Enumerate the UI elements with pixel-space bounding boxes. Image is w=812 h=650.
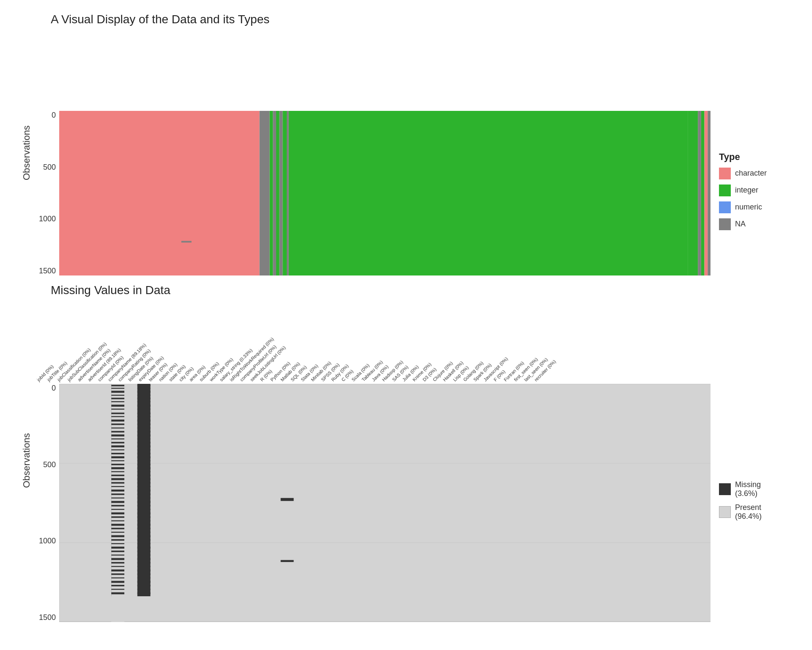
svg-rect-128 xyxy=(111,431,124,432)
svg-rect-171 xyxy=(111,592,124,595)
legend-label-na: NA xyxy=(735,220,746,229)
svg-rect-115 xyxy=(111,385,124,386)
svg-rect-207 xyxy=(137,512,151,515)
svg-rect-142 xyxy=(111,482,124,484)
top-y-tick-500: 500 xyxy=(43,163,56,172)
svg-rect-174 xyxy=(137,391,151,393)
svg-rect-143 xyxy=(111,486,124,487)
svg-rect-211 xyxy=(137,528,151,529)
int-end-1 xyxy=(688,111,698,275)
svg-rect-155 xyxy=(111,532,124,533)
svg-rect-192 xyxy=(137,456,151,458)
na-mark-char xyxy=(181,241,192,242)
top-bars-container xyxy=(59,111,710,275)
svg-rect-126 xyxy=(111,424,124,425)
svg-rect-228 xyxy=(137,592,151,595)
svg-rect-164 xyxy=(111,566,124,567)
svg-rect-187 xyxy=(137,438,151,439)
svg-rect-148 xyxy=(111,505,124,507)
svg-rect-196 xyxy=(137,471,151,472)
bottom-y-tick-500: 500 xyxy=(43,460,56,469)
svg-rect-159 xyxy=(111,547,124,549)
bottom-x-labels-svg: jobId (0%) jobTitle (0%) jobClassificati… xyxy=(34,299,710,384)
int-block-1 xyxy=(270,111,273,275)
svg-rect-167 xyxy=(111,577,124,578)
bottom-y-tick-1000: 1000 xyxy=(39,537,56,545)
svg-rect-179 xyxy=(137,409,151,410)
top-legend: Type character integer numeric xyxy=(710,111,795,275)
svg-rect-113 xyxy=(281,498,294,501)
na-block-1 xyxy=(260,111,270,275)
svg-rect-188 xyxy=(137,442,151,443)
svg-rect-224 xyxy=(137,577,151,578)
bottom-legend: Missing(3.6%) Present(96.4%) xyxy=(710,384,795,622)
svg-rect-182 xyxy=(137,419,151,421)
svg-rect-205 xyxy=(137,505,151,507)
svg-rect-168 xyxy=(111,581,124,583)
main-container: A Visual Display of the Data and its Typ… xyxy=(0,0,812,650)
svg-rect-132 xyxy=(111,445,124,447)
svg-rect-154 xyxy=(111,528,124,529)
legend-color-numeric xyxy=(719,201,731,213)
top-chart-wrapper: A Visual Display of the Data and its Typ… xyxy=(17,13,795,275)
svg-rect-209 xyxy=(137,521,151,521)
svg-rect-190 xyxy=(137,449,151,450)
svg-rect-140 xyxy=(111,475,124,476)
svg-rect-139 xyxy=(111,471,124,472)
svg-rect-123 xyxy=(111,413,124,414)
na-block-3 xyxy=(280,111,283,275)
svg-rect-227 xyxy=(137,589,151,589)
svg-rect-120 xyxy=(111,401,124,402)
svg-rect-125 xyxy=(111,419,124,421)
svg-rect-185 xyxy=(137,431,151,432)
top-legend-title: Type xyxy=(719,151,795,162)
svg-rect-204 xyxy=(137,501,151,503)
bottom-chart-wrapper: Missing Values in Data Observations jobI… xyxy=(17,284,795,622)
int-block-2 xyxy=(276,111,280,275)
legend-item-present: Present(96.4%) xyxy=(719,503,795,521)
legend-item-integer: integer xyxy=(719,185,795,196)
svg-rect-208 xyxy=(137,516,151,518)
svg-rect-199 xyxy=(137,482,151,484)
svg-rect-220 xyxy=(137,562,151,564)
bottom-plot-body: 0 500 1000 1500 xyxy=(34,384,795,622)
na-end-1 xyxy=(698,111,701,275)
svg-rect-138 xyxy=(111,467,124,469)
top-y-ticks: 0 500 1000 1500 xyxy=(34,111,59,275)
legend-color-present xyxy=(719,506,731,518)
na-end-2 xyxy=(708,111,710,275)
svg-rect-184 xyxy=(137,427,151,428)
bottom-y-ticks: 0 500 1000 1500 xyxy=(34,384,59,622)
svg-rect-153 xyxy=(111,524,124,526)
legend-item-missing: Missing(3.6%) xyxy=(719,480,795,498)
legend-label-missing: Missing(3.6%) xyxy=(735,480,761,498)
svg-rect-180 xyxy=(137,413,151,414)
svg-rect-217 xyxy=(137,551,151,552)
svg-rect-201 xyxy=(137,490,151,492)
legend-label-numeric: numeric xyxy=(735,203,762,212)
bottom-y-tick-1500: 1500 xyxy=(39,613,56,622)
svg-rect-163 xyxy=(111,562,124,564)
svg-rect-130 xyxy=(111,438,124,439)
svg-rect-202 xyxy=(137,493,151,495)
svg-rect-178 xyxy=(137,405,151,407)
svg-rect-221 xyxy=(137,566,151,567)
svg-rect-149 xyxy=(111,509,124,510)
legend-label-character: character xyxy=(735,169,767,178)
svg-rect-197 xyxy=(137,475,151,476)
svg-rect-157 xyxy=(111,539,124,541)
svg-rect-136 xyxy=(111,460,124,461)
svg-rect-229 xyxy=(281,560,294,562)
svg-rect-170 xyxy=(111,589,124,589)
svg-rect-191 xyxy=(137,453,151,454)
svg-rect-133 xyxy=(111,449,124,450)
svg-rect-116 xyxy=(111,388,124,388)
svg-rect-152 xyxy=(111,521,124,521)
svg-rect-198 xyxy=(137,478,151,480)
svg-rect-193 xyxy=(137,460,151,461)
bottom-chart-svg xyxy=(59,384,710,622)
svg-rect-222 xyxy=(137,570,151,572)
svg-rect-218 xyxy=(137,554,151,555)
legend-item-na: NA xyxy=(719,218,795,230)
svg-rect-162 xyxy=(111,558,124,560)
